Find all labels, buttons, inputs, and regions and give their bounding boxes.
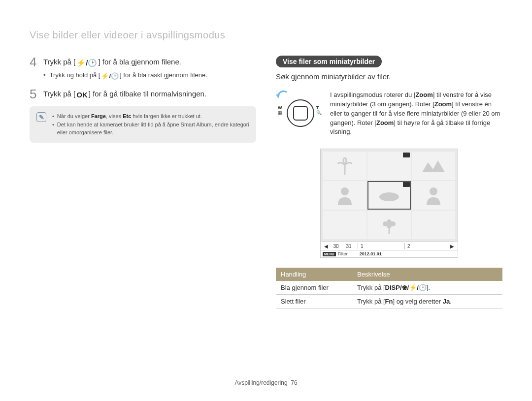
zoom-row: W T ▦ 🔍 I avspillingsmodus roterer du [Z… (276, 91, 502, 137)
person-icon (424, 185, 443, 205)
cell: Trykk på [DISP/❀/⚡/🕑]. (352, 281, 502, 294)
prev-arrow-icon: ◀ (323, 244, 330, 249)
magnify-icon: 🔍 (316, 110, 322, 115)
action-table: Handling Beskrivelse Bla gjennom filer T… (276, 268, 502, 308)
svg-point-1 (379, 192, 399, 201)
text: ] for å gå tilbake til normalvisningen. (89, 90, 206, 98)
menu-icon: MENU (323, 252, 336, 256)
step-4-sub: Trykk og hold på [⚡/🕑] for å bla raskt g… (43, 71, 256, 80)
thumb-mode-icon: ▦ (278, 110, 282, 115)
page-footer: Avspilling/redigering 76 (0, 379, 532, 386)
zoom-dial-icon: W T ▦ 🔍 (276, 91, 320, 130)
palm-icon (335, 156, 355, 176)
cell: Slett filer (276, 295, 352, 308)
status-bar: MENU Filter 2012.01.01 (321, 250, 458, 257)
day: 30 (330, 244, 342, 249)
page-number: 76 (291, 379, 297, 386)
cell: Trykk på [Fn] og velg deretter Ja. (352, 295, 502, 308)
tele-label: T (316, 105, 319, 110)
next-arrow-icon: ▶ (449, 244, 456, 249)
right-column: Vise filer som miniatyrbilder Søk gjenno… (276, 56, 502, 308)
note-item: Når du velger Farge, vises Etc hvis farg… (52, 112, 249, 121)
columns: 4 Trykk på [⚡/🕑] for å bla gjennom filen… (30, 56, 502, 308)
disp-flower-flash-timer-icon: DISP/❀/⚡/🕑 (385, 284, 427, 291)
thumbnail (412, 152, 455, 180)
flash-timer-icon: ⚡/🕑 (100, 72, 120, 80)
step-number: 5 (30, 88, 43, 100)
cell: Bla gjennom filer (276, 281, 352, 294)
manual-page: Vise bilder eller videoer i avspillingsm… (0, 0, 532, 401)
footer-label: Avspilling/redigering (234, 379, 287, 386)
left-column: 4 Trykk på [⚡/🕑] for å bla gjennom filen… (30, 56, 256, 308)
video-icon (403, 182, 410, 187)
step-4: 4 Trykk på [⚡/🕑] for å bla gjennom filen… (30, 56, 256, 68)
day: 2 (407, 244, 449, 249)
thumbnail (323, 181, 366, 210)
filter-label: Filter (338, 251, 348, 256)
fn-icon: Fn (385, 298, 393, 305)
mountain-icon (421, 158, 446, 173)
text: Trykk på [ (43, 90, 75, 98)
day: 1 (361, 244, 402, 249)
thumbnail-grid (321, 149, 458, 242)
date-label: 2012.01.01 (360, 251, 382, 256)
header-cell: Handling (276, 268, 352, 281)
thumbnail (412, 181, 455, 210)
thumbnail (367, 211, 411, 239)
heading-pill: Vise filer som miniatyrbilder (276, 56, 382, 67)
note-item: Det kan hende at kameraet bruker litt ti… (52, 121, 249, 137)
thumbnail (323, 152, 366, 180)
step-text: Trykk på [⚡/🕑] for å bla gjennom filene. (43, 56, 181, 68)
flash-timer-icon: ⚡/🕑 (75, 59, 98, 67)
text: Trykk og hold på [ (50, 71, 100, 79)
step-number: 4 (30, 56, 43, 68)
intro-text: Søk gjennom miniatyrbilder av filer. (276, 72, 502, 81)
table-header: Handling Beskrivelse (276, 268, 502, 281)
section-title: Vise bilder eller videoer i avspillingsm… (30, 30, 502, 41)
text: ] for å bla raskt gjennom filene. (120, 71, 207, 79)
wide-label: W (278, 105, 282, 110)
svg-point-0 (341, 187, 349, 195)
ok-icon: OK (75, 91, 89, 99)
day: 31 (342, 244, 355, 249)
thumbnail-selected (367, 181, 411, 210)
note-list: Når du velger Farge, vises Etc hvis farg… (52, 112, 249, 137)
rotate-arrow-icon (276, 91, 290, 100)
thumbnail-screen: ◀ 30 31 1 2 ▶ MENU Filter 2012.01.01 (320, 149, 458, 258)
note-icon: ✎ (36, 112, 46, 122)
note-box: ✎ Når du velger Farge, vises Etc hvis fa… (30, 106, 256, 143)
thumbnail (323, 211, 366, 239)
table-row: Bla gjennom filer Trykk på [DISP/❀/⚡/🕑]. (276, 281, 502, 295)
step-text: Trykk på [OK] for å gå tilbake til norma… (43, 88, 206, 100)
calendar-bar: ◀ 30 31 1 2 ▶ (321, 242, 458, 250)
text: ] for å bla gjennom filene. (98, 58, 181, 66)
header-cell: Beskrivelse (352, 268, 502, 281)
flower-icon (379, 215, 399, 235)
cloud-icon (377, 188, 401, 203)
table-row: Slett filer Trykk på [Fn] og velg derett… (276, 295, 502, 308)
thumbnail (412, 211, 455, 239)
thumbnail (367, 152, 411, 180)
text: Trykk på [ (43, 58, 75, 66)
person-icon (335, 185, 355, 205)
video-icon (403, 153, 410, 157)
step-5: 5 Trykk på [OK] for å gå tilbake til nor… (30, 88, 256, 100)
dial-icon (287, 99, 314, 127)
svg-point-2 (430, 187, 437, 195)
zoom-text: I avspillingsmodus roterer du [Zoom] til… (330, 91, 502, 137)
